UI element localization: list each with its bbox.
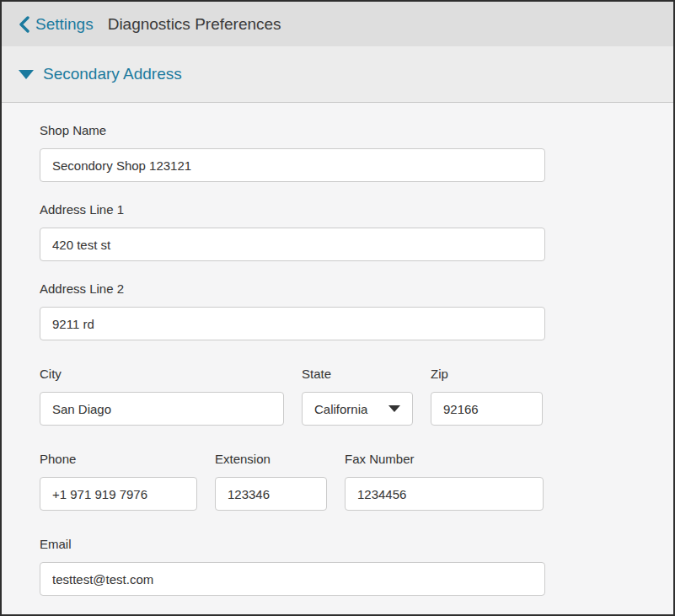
page-title: Diagnostics Preferences <box>108 15 281 34</box>
section-header-secondary-address[interactable]: Secondary Address <box>2 46 673 103</box>
shop-name-label: Shop Name <box>40 123 545 137</box>
phone-input[interactable] <box>40 477 197 511</box>
fax-number-input[interactable] <box>345 477 544 511</box>
email-input[interactable] <box>40 562 545 596</box>
state-selected-value: California <box>314 402 367 416</box>
section-title: Secondary Address <box>43 65 182 83</box>
back-to-settings-link[interactable]: Settings <box>19 15 94 34</box>
shop-name-field-group: Shop Name <box>40 123 545 182</box>
address-line-2-input[interactable] <box>40 307 545 340</box>
city-field-group: City <box>40 367 284 426</box>
secondary-address-form: Shop Name Address Line 1 Address Line 2 … <box>2 103 673 596</box>
zip-field-group: Zip <box>431 367 543 426</box>
fax-number-label: Fax Number <box>345 452 544 466</box>
email-field-group: Email <box>40 537 545 596</box>
phone-extension-fax-row: Phone Extension Fax Number <box>40 452 635 537</box>
email-label: Email <box>40 537 545 551</box>
zip-input[interactable] <box>431 392 543 426</box>
extension-label: Extension <box>215 452 327 466</box>
state-label: State <box>302 367 413 381</box>
address-line-2-label: Address Line 2 <box>40 281 545 296</box>
city-label: City <box>40 367 284 381</box>
caret-down-icon <box>388 405 400 412</box>
shop-name-input[interactable] <box>40 148 545 182</box>
address-line-2-field-group: Address Line 2 <box>40 281 545 340</box>
phone-label: Phone <box>40 452 197 466</box>
state-select[interactable]: California <box>302 392 413 426</box>
state-field-group: State California <box>302 367 413 426</box>
address-line-1-label: Address Line 1 <box>40 202 545 217</box>
top-header-bar: Settings Diagnostics Preferences <box>2 2 673 46</box>
city-input[interactable] <box>40 392 284 426</box>
address-line-1-input[interactable] <box>40 228 545 261</box>
extension-field-group: Extension <box>215 452 327 511</box>
address-line-1-field-group: Address Line 1 <box>40 202 545 261</box>
zip-label: Zip <box>431 367 543 381</box>
back-link-label: Settings <box>35 15 94 34</box>
phone-field-group: Phone <box>40 452 197 511</box>
fax-number-field-group: Fax Number <box>345 452 544 511</box>
app-window: Settings Diagnostics Preferences Seconda… <box>0 0 675 616</box>
city-state-zip-row: City State California Zip <box>40 367 635 452</box>
extension-input[interactable] <box>215 477 327 511</box>
chevron-left-icon <box>19 16 29 33</box>
caret-down-icon[interactable] <box>19 70 34 79</box>
